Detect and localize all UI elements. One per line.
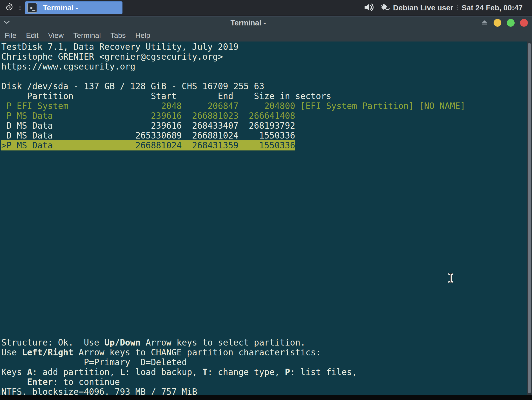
terminal-line [1, 219, 532, 229]
top-panel: >_ Terminal - Debian Live user Sat 24 Fe… [0, 0, 532, 16]
terminal-line [1, 249, 532, 259]
menu-item-file[interactable]: File [5, 31, 16, 40]
chevron-down-icon [3, 20, 10, 25]
clock[interactable]: Sat 24 Feb, 00:47 [462, 4, 523, 12]
terminal-output[interactable]: TestDisk 7.1, Data Recovery Utility, Jul… [0, 42, 532, 397]
debian-logo-icon[interactable] [3, 2, 15, 14]
terminal-line: D MS Data 239616 268433407 268193792 [1, 121, 532, 131]
menu-item-view[interactable]: View [48, 31, 64, 40]
volume-icon[interactable] [364, 2, 376, 13]
window-shade-button[interactable] [0, 20, 16, 25]
logged-in-user-label: Debian Live user [393, 4, 453, 12]
terminal-line: Use Left/Right Arrow keys to CHANGE part… [1, 348, 532, 357]
maximize-button[interactable] [507, 19, 515, 27]
scrollbar-thumb[interactable] [528, 43, 531, 393]
terminal-taskbar-button[interactable]: >_ Terminal - [25, 1, 122, 14]
terminal-line: https://www.cgsecurity.org [1, 62, 532, 72]
terminal-line: Disk /dev/sda - 137 GB / 128 GiB - CHS 1… [1, 81, 532, 91]
terminal-line [1, 200, 532, 210]
desktop-bottom-strip [0, 395, 532, 400]
terminal-line: P MS Data 239616 266881023 266641408 [1, 111, 532, 121]
terminal-line [1, 180, 532, 190]
terminal-line [1, 288, 532, 298]
window-title: Terminal - [16, 19, 481, 27]
terminal-line [1, 150, 532, 160]
terminal-line: Structure: Ok. Use Up/Down Arrow keys to… [1, 338, 532, 348]
terminal-line: Christophe GRENIER <grenier@cgsecurity.o… [1, 52, 532, 62]
menu-item-terminal[interactable]: Terminal [73, 31, 101, 40]
panel-handle-icon [19, 6, 21, 10]
terminal-line [1, 308, 532, 318]
menu-item-tabs[interactable]: Tabs [110, 31, 126, 40]
terminal-line [1, 259, 532, 269]
ibeam-cursor [448, 272, 453, 285]
terminal-line [1, 298, 532, 308]
terminal-line [1, 160, 532, 170]
terminal-line: TestDisk 7.1, Data Recovery Utility, Jul… [1, 42, 532, 52]
window-titlebar: Terminal - [0, 16, 532, 30]
terminal-line [1, 318, 532, 328]
terminal-line [1, 190, 532, 200]
terminal-line: P EFI System 2048 206847 204800 [EFI Sys… [1, 101, 532, 111]
terminal-menubar: File Edit View Terminal Tabs Help [0, 30, 532, 42]
terminal-line: Keys A: add partition, L: load backup, T… [1, 367, 532, 377]
terminal-line: Enter: to continue [1, 377, 532, 387]
scrollbar-track[interactable] [527, 42, 532, 395]
terminal-line [1, 328, 532, 338]
eject-icon [481, 19, 488, 26]
panel-separator-icon [457, 5, 458, 10]
terminal-line [1, 72, 532, 81]
terminal-line [1, 170, 532, 180]
close-button[interactable] [520, 19, 528, 27]
terminal-line [1, 239, 532, 249]
selected-partition-row: >P MS Data 266881024 268431359 1550336 [1, 141, 532, 150]
network-icon[interactable] [379, 2, 390, 14]
taskbar-button-label: Terminal - [43, 4, 78, 12]
terminal-app-icon: >_ [27, 3, 37, 13]
rollup-button[interactable] [481, 20, 488, 26]
menu-item-edit[interactable]: Edit [26, 31, 38, 40]
minimize-button[interactable] [494, 19, 501, 27]
terminal-line [1, 229, 532, 239]
terminal-viewport[interactable]: TestDisk 7.1, Data Recovery Utility, Jul… [0, 42, 532, 395]
terminal-line: P=Primary D=Deleted [1, 357, 532, 367]
terminal-line: D MS Data 265330689 266881024 1550336 [1, 131, 532, 141]
terminal-line [1, 210, 532, 219]
menu-item-help[interactable]: Help [135, 31, 151, 40]
terminal-line: Partition Start End Size in sectors [1, 91, 532, 101]
